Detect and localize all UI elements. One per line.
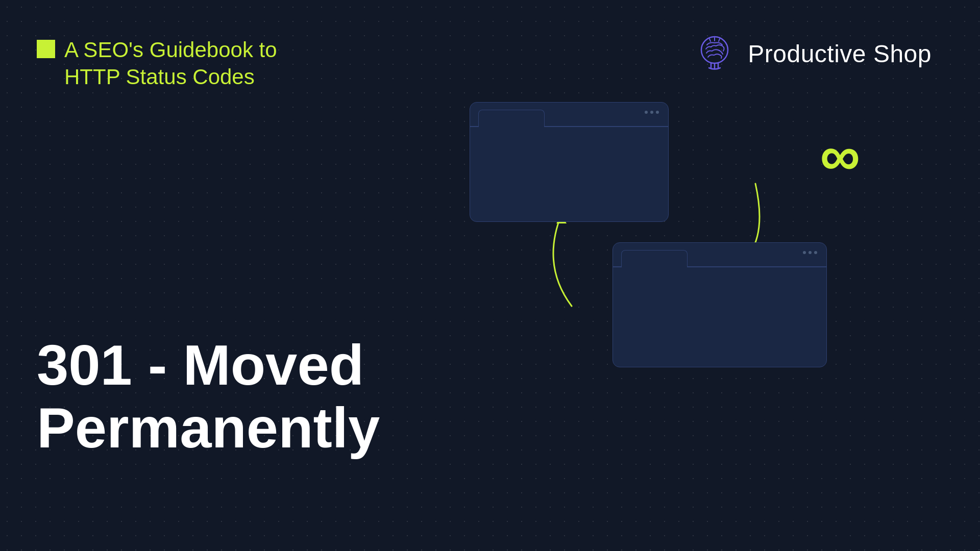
top-label-area: A SEO's Guidebook to HTTP Status Codes [37, 37, 277, 90]
browser-menu-dots-top [645, 111, 659, 114]
productive-shop-text: Productive Shop [748, 40, 932, 68]
browser-tab-top [478, 110, 545, 126]
browser-window-bottom [612, 242, 827, 367]
menu-dot-4 [803, 251, 806, 254]
menu-dot-2 [650, 111, 653, 114]
main-heading: 301 - Moved Permanently [37, 334, 380, 459]
guidebook-label: A SEO's Guidebook to HTTP Status Codes [64, 37, 277, 90]
browser-window-top [470, 102, 669, 222]
menu-dot-6 [814, 251, 817, 254]
logo-area: Productive Shop [692, 31, 932, 77]
browser-menu-dots-bottom [803, 251, 817, 254]
yellow-square-accent [37, 40, 55, 58]
menu-dot-3 [656, 111, 659, 114]
infinity-symbol: ∞ [820, 128, 857, 184]
svg-line-6 [709, 39, 710, 41]
svg-line-5 [719, 39, 720, 41]
productive-shop-logo-icon [692, 31, 738, 77]
browser-tab-bottom [621, 250, 688, 266]
browsers-container: ∞ [470, 102, 827, 367]
menu-dot-1 [645, 111, 648, 114]
menu-dot-5 [808, 251, 812, 254]
browser-titlebar-top [470, 103, 668, 126]
browser-titlebar-bottom [613, 243, 826, 266]
